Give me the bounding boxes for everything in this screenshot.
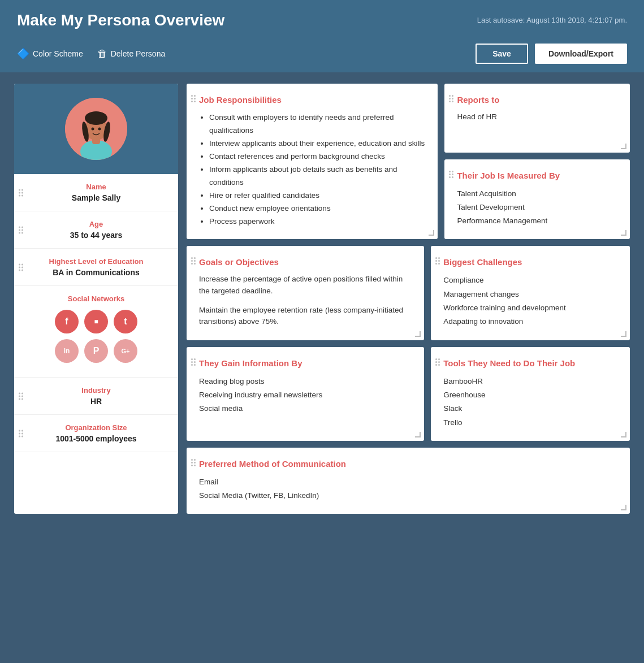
- name-label: Name: [25, 183, 167, 191]
- job-responsibilities-list: Consult with employers to identify needs…: [199, 111, 425, 228]
- page-title: Make My Persona Overview: [17, 11, 224, 29]
- download-button[interactable]: Download/Export: [535, 44, 627, 64]
- list-item: Reading blog posts: [199, 375, 412, 388]
- googleplus-icon[interactable]: G+: [114, 339, 137, 363]
- cards-row-1: Job Responsibilities Consult with employ…: [187, 84, 630, 239]
- social-icons-row1: f ■ t: [25, 310, 167, 333]
- list-item: Slack: [443, 402, 617, 415]
- social-icons-row2: in P G+: [25, 339, 167, 363]
- tools-list: BambooHR Greenhouse Slack Trello: [443, 375, 617, 430]
- challenges-title: Biggest Challenges: [443, 257, 617, 267]
- drag-handle[interactable]: [449, 95, 453, 102]
- autosave-text: Last autosave: August 13th 2018, 4:21:07…: [477, 11, 627, 24]
- industry-label: Industry: [25, 386, 167, 395]
- color-scheme-button[interactable]: 🔷 Color Scheme: [17, 47, 83, 60]
- drag-handle[interactable]: [191, 358, 196, 366]
- drag-handle[interactable]: [435, 358, 440, 366]
- facebook-icon[interactable]: f: [55, 310, 79, 333]
- list-item: Talent Acquisition: [457, 187, 617, 201]
- education-section: Highest Level of Education BA in Communi…: [14, 249, 178, 286]
- header-toolbar: 🔷 Color Scheme 🗑 Delete Persona Save Dow…: [17, 38, 627, 72]
- list-item: Receiving industry email newsletters: [199, 388, 412, 402]
- list-item: Contact references and perform backgroun…: [209, 150, 425, 163]
- list-item: BambooHR: [443, 375, 617, 388]
- twitter-icon[interactable]: t: [114, 310, 137, 333]
- drag-handle[interactable]: [435, 257, 440, 265]
- list-item: Talent Development: [457, 201, 617, 214]
- drag-handle[interactable]: [19, 189, 23, 196]
- list-item: Workforce training and development: [443, 301, 617, 315]
- tools-title: Tools They Need to Do Their Job: [443, 358, 617, 368]
- list-item: Compliance: [443, 274, 617, 287]
- job-measured-list: Talent Acquisition Talent Development Pe…: [457, 187, 617, 228]
- gain-information-list: Reading blog posts Receiving industry em…: [199, 375, 412, 416]
- reports-to-value: Head of HR: [457, 111, 617, 123]
- avatar-svg: [65, 98, 127, 160]
- drag-handle[interactable]: [19, 263, 23, 271]
- job-responsibilities-card: Job Responsibilities Consult with employ…: [187, 84, 438, 239]
- drag-handle[interactable]: [449, 171, 453, 178]
- job-measured-title: Their Job Is Measured By: [457, 171, 617, 180]
- resize-handle[interactable]: [621, 230, 626, 236]
- name-section: Name Sample Sally: [14, 174, 178, 211]
- svg-point-8: [98, 128, 101, 131]
- svg-point-4: [85, 111, 107, 125]
- header-top: Make My Persona Overview Last autosave: …: [17, 11, 627, 38]
- drag-handle[interactable]: [19, 226, 23, 233]
- list-item: Consult with employers to identify needs…: [209, 111, 425, 137]
- goals-title: Goals or Objectives: [199, 257, 412, 267]
- age-label: Age: [25, 220, 167, 228]
- industry-section: Industry HR: [14, 378, 178, 415]
- list-item: Trello: [443, 416, 617, 430]
- linkedin-icon[interactable]: in: [55, 339, 79, 363]
- education-label: Highest Level of Education: [25, 257, 167, 266]
- age-value: 35 to 44 years: [25, 231, 167, 240]
- drag-handle[interactable]: [191, 95, 196, 102]
- org-size-value: 1001-5000 employees: [25, 434, 167, 443]
- drag-handle[interactable]: [19, 430, 23, 437]
- challenges-list: Compliance Management changes Workforce …: [443, 274, 617, 328]
- list-item: Social media: [199, 402, 412, 415]
- resize-handle[interactable]: [415, 432, 421, 437]
- pinterest-icon[interactable]: P: [84, 339, 108, 363]
- goals-card: Goals or Objectives Increase the percent…: [187, 246, 424, 340]
- social-label: Social Networks: [25, 294, 167, 303]
- job-responsibilities-title: Job Responsibilities: [199, 95, 425, 105]
- cards-row-3: They Gain Information By Reading blog po…: [187, 347, 630, 441]
- resize-handle[interactable]: [621, 505, 626, 510]
- color-scheme-label: Color Scheme: [33, 49, 83, 58]
- delete-persona-label: Delete Persona: [111, 49, 166, 58]
- resize-handle[interactable]: [621, 331, 626, 337]
- social-section: Social Networks f ■ t in P G+: [14, 286, 178, 378]
- instagram-icon[interactable]: ■: [84, 310, 108, 333]
- drag-handle[interactable]: [191, 257, 196, 265]
- list-item: Management changes: [443, 288, 617, 301]
- resize-handle[interactable]: [621, 432, 626, 437]
- main-content: Name Sample Sally Age 35 to 44 years Hig…: [0, 72, 644, 525]
- toolbar-left: 🔷 Color Scheme 🗑 Delete Persona: [17, 47, 165, 60]
- drag-handle[interactable]: [19, 392, 23, 400]
- sidebar: Name Sample Sally Age 35 to 44 years Hig…: [14, 84, 178, 514]
- job-measured-card: Their Job Is Measured By Talent Acquisit…: [444, 159, 630, 240]
- name-value: Sample Sally: [25, 193, 167, 202]
- resize-handle[interactable]: [429, 230, 434, 236]
- gain-information-card: They Gain Information By Reading blog po…: [187, 347, 424, 441]
- list-item: Hire or refer qualified candidates: [209, 189, 425, 202]
- svg-point-7: [92, 128, 94, 131]
- list-item: Performance Management: [457, 214, 617, 228]
- save-button[interactable]: Save: [476, 44, 528, 64]
- list-item: Interview applicants about their experie…: [209, 137, 425, 150]
- list-item: Inform applicants about job details such…: [209, 163, 425, 189]
- communication-title: Preferred Method of Communication: [199, 459, 617, 469]
- delete-persona-button[interactable]: 🗑 Delete Persona: [97, 48, 166, 60]
- list-item: Process paperwork: [209, 215, 425, 228]
- age-section: Age 35 to 44 years: [14, 211, 178, 249]
- list-item: Greenhouse: [443, 388, 617, 402]
- avatar-section: [14, 84, 178, 174]
- resize-handle[interactable]: [621, 144, 626, 149]
- list-item: Conduct new employee orientations: [209, 202, 425, 215]
- reports-to-card: Reports to Head of HR: [444, 84, 630, 153]
- drag-handle[interactable]: [191, 459, 196, 466]
- resize-handle[interactable]: [415, 331, 421, 337]
- org-size-section: Organization Size 1001-5000 employees: [14, 415, 178, 452]
